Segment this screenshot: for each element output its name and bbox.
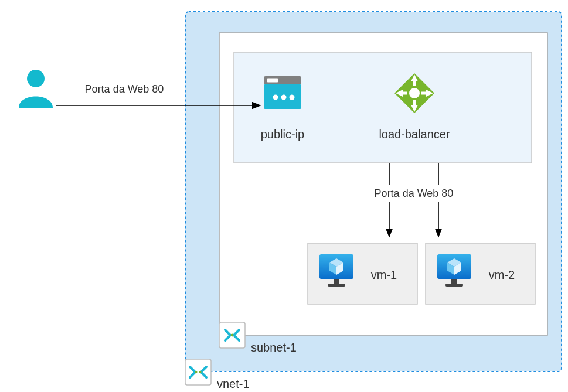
vm-1-box: vm-1 bbox=[308, 243, 417, 304]
svg-point-34 bbox=[231, 334, 234, 337]
user-icon bbox=[19, 70, 53, 108]
vnet-label: vnet-1 bbox=[217, 377, 250, 390]
vm-2-label: vm-2 bbox=[489, 268, 515, 281]
lb-to-vm-label: Porta da Web 80 bbox=[375, 188, 454, 199]
svg-point-36 bbox=[195, 371, 198, 373]
vm-1-label: vm-1 bbox=[371, 268, 397, 281]
public-ip-icon bbox=[264, 76, 301, 109]
svg-point-6 bbox=[290, 95, 295, 100]
subnet-label: subnet-1 bbox=[251, 341, 297, 354]
vnet-badge-icon bbox=[185, 359, 211, 385]
svg-rect-28 bbox=[451, 279, 457, 284]
svg-rect-14 bbox=[402, 92, 407, 95]
svg-point-38 bbox=[27, 70, 45, 87]
architecture-diagram: public-ip load-balancer Porta da Web 80 bbox=[0, 0, 568, 392]
subnet-badge-icon bbox=[219, 322, 245, 348]
svg-point-8 bbox=[409, 88, 420, 98]
user-to-lb-label: Porta da Web 80 bbox=[85, 83, 164, 95]
svg-point-5 bbox=[281, 95, 287, 100]
svg-rect-10 bbox=[413, 80, 416, 86]
svg-rect-22 bbox=[328, 284, 345, 287]
svg-rect-21 bbox=[334, 279, 339, 284]
svg-point-37 bbox=[199, 371, 202, 373]
svg-rect-35 bbox=[185, 359, 211, 385]
public-ip-label: public-ip bbox=[261, 128, 304, 141]
svg-rect-16 bbox=[421, 92, 427, 95]
svg-point-4 bbox=[273, 95, 278, 100]
svg-rect-12 bbox=[413, 100, 416, 106]
svg-rect-3 bbox=[267, 79, 278, 83]
svg-rect-29 bbox=[445, 284, 463, 287]
vm-2-box: vm-2 bbox=[426, 243, 535, 304]
load-balancer-label: load-balancer bbox=[379, 128, 450, 141]
